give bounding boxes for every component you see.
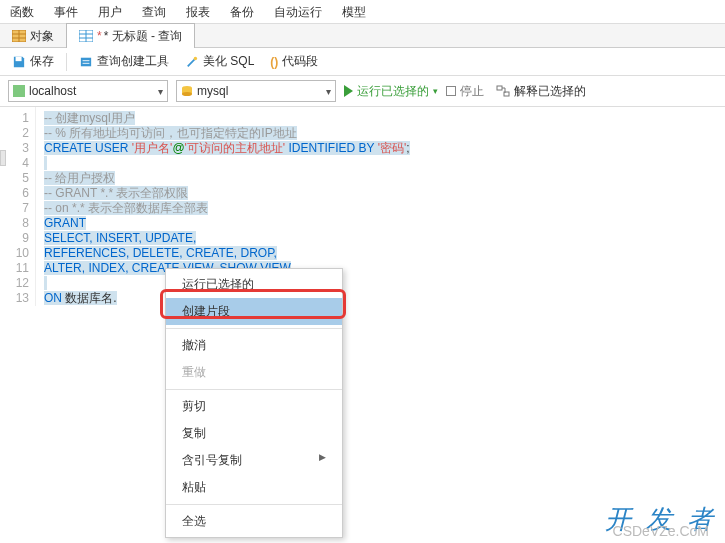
code-area[interactable]: -- 创建mysql用户 -- % 所有地址均可访问，也可指定特定的IP地址 C… [36,107,725,306]
code-kw: ON [44,291,62,305]
ctx-undo[interactable]: 撤消 [166,332,342,359]
query-icon [79,30,93,42]
separator [166,504,342,505]
snippet-button[interactable]: () 代码段 [266,51,322,72]
ctx-select-all[interactable]: 全选 [166,508,342,535]
ctx-run-selected[interactable]: 运行已选择的 [166,271,342,298]
tab-bar: 对象 * * 无标题 - 查询 [0,24,725,48]
explain-button[interactable]: 解释已选择的 [492,81,590,102]
code-str: '可访问的主机地址' [185,141,286,155]
ctx-paste[interactable]: 粘贴 [166,474,342,501]
svg-point-16 [182,92,192,96]
ctx-cut[interactable]: 剪切 [166,393,342,420]
code-str: '用户名' [132,141,173,155]
menu-event[interactable]: 事件 [44,0,88,24]
brackets-icon: () [270,55,278,69]
code-line: GRANT [44,216,86,230]
chevron-down-icon: ▾ [158,86,163,97]
beautify-button[interactable]: 美化 SQL [181,51,258,72]
save-icon [12,56,26,68]
svg-rect-17 [497,86,502,90]
snippet-label: 代码段 [282,53,318,70]
stop-label: 停止 [460,83,484,100]
ctx-copy-quoted[interactable]: 含引号复制▶ [166,447,342,474]
stop-icon [446,86,456,96]
svg-rect-8 [16,56,22,60]
builder-label: 查询创建工具 [97,53,169,70]
menu-model[interactable]: 模型 [332,0,376,24]
svg-point-12 [194,56,197,59]
run-label: 运行已选择的 [357,83,429,100]
wand-icon [185,56,199,68]
table-icon [12,30,26,42]
save-label: 保存 [30,53,54,70]
submenu-arrow-icon: ▶ [319,452,326,462]
beautify-label: 美化 SQL [203,53,254,70]
explain-label: 解释已选择的 [514,83,586,100]
host-select[interactable]: localhost ▾ [8,80,168,102]
code-kw: CREATE USER [44,141,132,155]
code-line: REFERENCES, DELETE, CREATE, DROP, [44,246,277,260]
query-builder-button[interactable]: 查询创建工具 [75,51,173,72]
tab-query-label: * 无标题 - 查询 [104,24,183,48]
code-op: @ [172,141,184,155]
watermark-sub: CSDeVZe.CoM [613,523,709,539]
chevron-down-icon: ▾ [326,86,331,97]
menu-fn[interactable]: 函数 [0,0,44,24]
builder-icon [79,56,93,68]
dropdown-arrow-icon[interactable]: ▾ [433,86,438,96]
sql-editor[interactable]: 12345678910111213 -- 创建mysql用户 -- % 所有地址… [0,106,725,306]
svg-rect-10 [83,60,90,61]
svg-rect-13 [13,85,25,97]
code-line: -- 创建mysql用户 [44,111,135,125]
top-menu[interactable]: 函数 事件 用户 查询 报表 备份 自动运行 模型 [0,0,725,24]
run-button[interactable]: 运行已选择的 ▾ [344,83,438,100]
toolbar: 保存 查询创建工具 美化 SQL () 代码段 [0,48,725,76]
menu-user[interactable]: 用户 [88,0,132,24]
code-line [44,276,47,290]
code-line [44,156,47,170]
code-line: SELECT, INSERT, UPDATE, [44,231,196,245]
code-kw: IDENTIFIED BY [285,141,377,155]
db-label: mysql [197,84,228,98]
plug-icon [13,85,25,97]
ctx-redo: 重做 [166,359,342,386]
ctx-copy[interactable]: 复制 [166,420,342,447]
ctx-create-snippet[interactable]: 创建片段 [166,298,342,325]
code-punct: ; [406,141,409,155]
tab-object[interactable]: 对象 [0,24,66,48]
menu-auto[interactable]: 自动运行 [264,0,332,24]
line-gutter: 12345678910111213 [0,107,36,306]
menu-report[interactable]: 报表 [176,0,220,24]
menu-query[interactable]: 查询 [132,0,176,24]
context-menu: 运行已选择的 创建片段 撤消 重做 剪切 复制 含引号复制▶ 粘贴 全选 [165,268,343,538]
db-icon [181,85,193,97]
separator [66,53,67,71]
code-line: -- % 所有地址均可访问，也可指定特定的IP地址 [44,126,297,140]
save-button[interactable]: 保存 [8,51,58,72]
stop-button[interactable]: 停止 [446,83,484,100]
ctx-copy-quoted-label: 含引号复制 [182,453,242,467]
connection-bar: localhost ▾ mysql ▾ 运行已选择的 ▾ 停止 解释已选择的 [0,76,725,106]
separator [166,389,342,390]
svg-rect-11 [83,62,90,63]
play-icon [344,85,353,97]
code-line: -- 给用户授权 [44,171,115,185]
code-line: 数据库名 [62,291,113,305]
separator [166,328,342,329]
tab-query[interactable]: * * 无标题 - 查询 [66,23,195,48]
explain-icon [496,85,510,97]
modified-star: * [97,24,102,48]
host-label: localhost [29,84,76,98]
svg-rect-9 [81,57,91,66]
db-select[interactable]: mysql ▾ [176,80,336,102]
code-line: -- on *.* 表示全部数据库全部表 [44,201,208,215]
menu-backup[interactable]: 备份 [220,0,264,24]
tab-object-label: 对象 [30,24,54,48]
code-line: -- GRANT *.* 表示全部权限 [44,186,188,200]
code-str: '密码' [378,141,407,155]
left-collapse-handle[interactable] [0,150,6,166]
